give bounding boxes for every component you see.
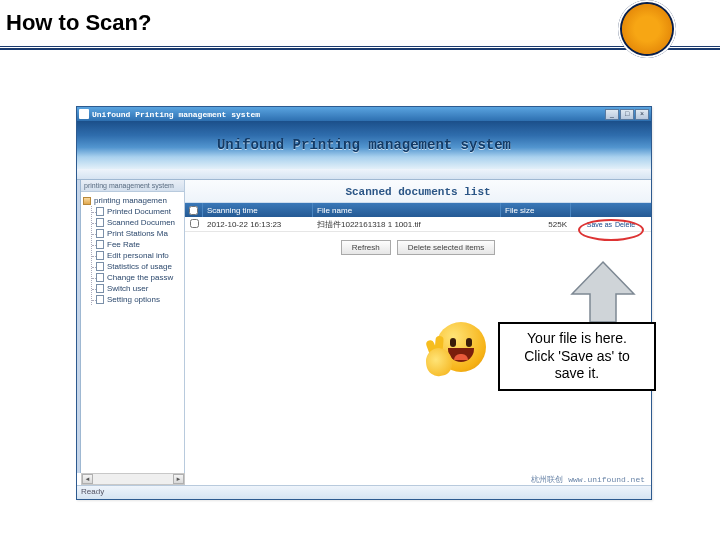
doc-icon: [96, 295, 104, 304]
col-file-name[interactable]: File name: [313, 203, 501, 217]
minimize-button[interactable]: _: [605, 109, 619, 120]
col-actions: [571, 203, 651, 217]
instruction-callout: Your file is here. Click 'Save as' to sa…: [498, 322, 656, 391]
row-time: 2012-10-22 16:13:23: [203, 220, 313, 229]
tree-root-label: printing managemen: [94, 196, 167, 205]
scroll-left-icon[interactable]: ◄: [82, 474, 93, 484]
row-checkbox[interactable]: [185, 219, 203, 230]
statusbar: Ready: [77, 485, 651, 499]
close-button[interactable]: ×: [635, 109, 649, 120]
select-all-checkbox[interactable]: [185, 203, 203, 217]
laughing-emoji-icon: [428, 322, 486, 380]
window-title: Unifound Printing management system: [92, 110, 605, 119]
school-logo: [618, 0, 676, 58]
tree-item-scanned[interactable]: Scanned Documen: [92, 217, 182, 228]
app-icon: [79, 109, 89, 119]
grid-header: Scanning time File name File size: [185, 203, 651, 217]
doc-icon: [96, 251, 104, 260]
row-filesize: 525K: [501, 220, 571, 229]
window-controls: _ □ ×: [605, 109, 649, 120]
save-as-link[interactable]: Save as: [587, 221, 612, 228]
callout-line2: Click 'Save as' to: [504, 348, 650, 366]
folder-icon: [83, 197, 91, 205]
doc-icon: [96, 273, 104, 282]
doc-icon: [96, 284, 104, 293]
refresh-button[interactable]: Refresh: [341, 240, 391, 255]
toolbar: [77, 169, 651, 180]
tree-root-item[interactable]: printing managemen: [83, 195, 182, 206]
tree-item-edit-info[interactable]: Edit personal info: [92, 250, 182, 261]
doc-icon: [96, 229, 104, 238]
col-file-size[interactable]: File size: [501, 203, 571, 217]
tree-item-switch-user[interactable]: Switch user: [92, 283, 182, 294]
tree-item-statistics[interactable]: Statistics of usage: [92, 261, 182, 272]
delete-link[interactable]: Delete: [615, 221, 635, 228]
delete-selected-button[interactable]: Delete selected items: [397, 240, 495, 255]
doc-icon: [96, 240, 104, 249]
horizontal-scrollbar[interactable]: ◄ ►: [81, 473, 185, 485]
scroll-right-icon[interactable]: ►: [173, 474, 184, 484]
titlebar: Unifound Printing management system _ □ …: [77, 107, 651, 121]
sidebar: printing management system printing mana…: [81, 180, 185, 473]
slide-title: How to Scan?: [6, 10, 151, 36]
app-window: Unifound Printing management system _ □ …: [76, 106, 652, 500]
callout-line1: Your file is here.: [504, 330, 650, 348]
tree-item-settings[interactable]: Setting options: [92, 294, 182, 305]
col-scanning-time[interactable]: Scanning time: [203, 203, 313, 217]
sidebar-header: printing management system: [81, 180, 184, 192]
doc-icon: [96, 207, 104, 216]
doc-icon: [96, 218, 104, 227]
banner-text: Unifound Printing management system: [217, 137, 511, 153]
table-row: 2012-10-22 16:13:23 扫描件1022161318 1 1001…: [185, 217, 651, 232]
main-heading: Scanned documents list: [185, 180, 651, 203]
footer-brand: 杭州联创 www.unifound.net: [531, 474, 645, 485]
tree-item-stations[interactable]: Print Stations Ma: [92, 228, 182, 239]
row-filename: 扫描件1022161318 1 1001.tif: [313, 219, 501, 230]
tree-item-fee-rate[interactable]: Fee Rate: [92, 239, 182, 250]
title-underline: [0, 46, 720, 49]
maximize-button[interactable]: □: [620, 109, 634, 120]
doc-icon: [96, 262, 104, 271]
tree-item-printed[interactable]: Printed Document: [92, 206, 182, 217]
banner: Unifound Printing management system: [77, 121, 651, 169]
tree-item-change-password[interactable]: Change the passw: [92, 272, 182, 283]
callout-line3: save it.: [504, 365, 650, 383]
action-buttons: Refresh Delete selected items: [185, 232, 651, 263]
